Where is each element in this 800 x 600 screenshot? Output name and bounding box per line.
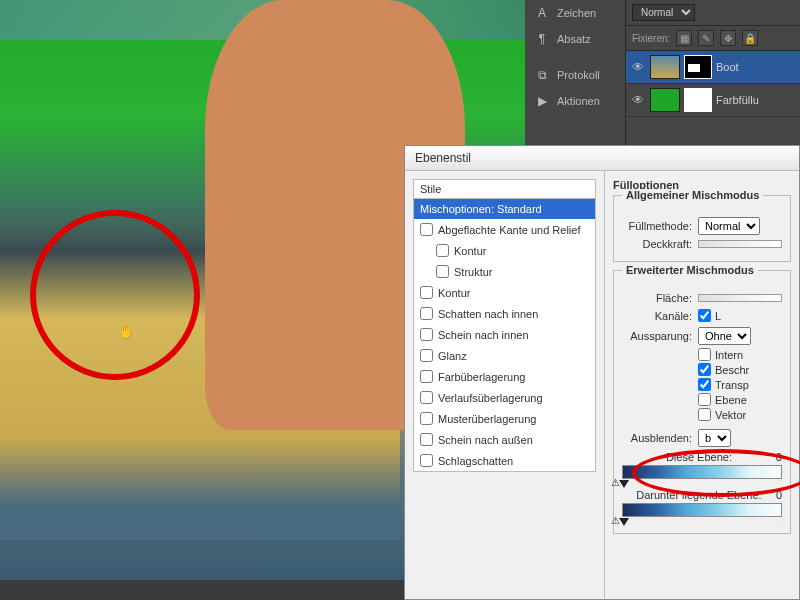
style-checkbox[interactable] [420,391,433,404]
style-item[interactable]: Schlagschatten [414,450,595,471]
style-checkbox[interactable] [420,349,433,362]
style-item[interactable]: Kontur [414,282,595,303]
fieldset-legend: Allgemeiner Mischmodus [622,189,763,201]
style-checkbox[interactable] [420,286,433,299]
layers-blend-row: Normal [626,0,800,26]
slider-white-point[interactable] [775,480,785,488]
style-label: Verlaufsüberlagerung [438,392,543,404]
annotation-circle [30,210,200,380]
blend-if-label: Ausblenden: [622,432,692,444]
adv-check-label: Intern [715,349,743,361]
style-label: Schein nach außen [438,434,533,446]
style-checkbox[interactable] [420,370,433,383]
style-item[interactable]: Struktur [414,261,595,282]
layer-item-boot[interactable]: 👁 Boot [626,51,800,84]
style-item[interactable]: Abgeflachte Kante und Relief [414,219,595,240]
layer-mask-thumbnail[interactable] [684,55,712,79]
style-label: Musterüberlagerung [438,413,536,425]
style-label: Kontur [454,245,486,257]
style-checkbox[interactable] [420,223,433,236]
style-label: Abgeflachte Kante und Relief [438,224,581,236]
layer-name: Boot [716,61,739,73]
right-panels: A Zeichen ¶ Absatz ⧉ Protokoll ▶ Aktione… [525,0,800,145]
panel-actions[interactable]: ▶ Aktionen [525,88,625,114]
style-item[interactable]: Mischoptionen: Standard [414,199,595,219]
history-icon: ⧉ [535,68,549,82]
dialog-title: Ebenenstil [405,146,799,171]
this-layer-label: Diese Ebene: [666,451,732,463]
adv-check-label: Ebene [715,394,747,406]
style-label: Kontur [438,287,470,299]
options-column: Fülloptionen Allgemeiner Mischmodus Füll… [605,171,799,598]
panel-label: Absatz [557,33,591,45]
opacity-slider[interactable] [698,240,782,248]
under-layer-slider[interactable]: ⚠ [622,503,782,517]
adv-check-row: Vektor [698,408,782,421]
style-checkbox[interactable] [420,328,433,341]
panel-history[interactable]: ⧉ Protokoll [525,62,625,88]
style-item[interactable]: Glanz [414,345,595,366]
style-item[interactable]: Schein nach innen [414,324,595,345]
visibility-icon[interactable]: 👁 [632,93,646,107]
styles-header: Stile [413,179,596,199]
knockout-label: Aussparung: [622,330,692,342]
adv-check-row: Intern [698,348,782,361]
style-checkbox[interactable] [420,307,433,320]
style-checkbox[interactable] [420,412,433,425]
adv-checkbox[interactable] [698,348,711,361]
slider-black-point[interactable] [619,480,629,488]
adv-check-label: Vektor [715,409,746,421]
slider-black-point[interactable] [619,518,629,526]
style-checkbox[interactable] [420,433,433,446]
visibility-icon[interactable]: 👁 [632,60,646,74]
layer-name: Farbfüllu [716,94,759,106]
layer-thumbnail[interactable] [650,55,680,79]
adv-check-row: Beschr [698,363,782,376]
panel-character[interactable]: A Zeichen [525,0,625,26]
channel-l-checkbox[interactable] [698,309,711,322]
style-label: Schatten nach innen [438,308,538,320]
this-layer-slider[interactable]: ⚠ [622,465,782,479]
style-label: Mischoptionen: Standard [420,203,542,215]
style-item[interactable]: Schatten nach innen [414,303,595,324]
style-checkbox[interactable] [436,265,449,278]
adv-checkbox[interactable] [698,408,711,421]
layer-style-dialog: Ebenenstil Stile Mischoptionen: Standard… [404,145,800,600]
lock-all-icon[interactable]: 🔒 [742,30,758,46]
hand-cursor-icon [118,322,134,338]
style-item[interactable]: Kontur [414,240,595,261]
blend-method-select[interactable]: Normal [698,217,760,235]
opacity-label: Deckkraft: [622,238,692,250]
under-layer-value: 0 [776,489,782,501]
adv-check-label: Beschr [715,364,749,376]
blend-mode-select[interactable]: Normal [632,4,695,21]
play-icon: ▶ [535,94,549,108]
adv-checkbox[interactable] [698,363,711,376]
advanced-blend-fieldset: Erweiterter Mischmodus Fläche: Kanäle: L… [613,270,791,534]
adv-check-label: Transp [715,379,749,391]
lock-paint-icon[interactable]: ✎ [698,30,714,46]
layer-mask-thumbnail[interactable] [684,88,712,112]
style-checkbox[interactable] [420,454,433,467]
panel-label: Aktionen [557,95,600,107]
knockout-select[interactable]: Ohne [698,327,751,345]
layer-thumbnail[interactable] [650,88,680,112]
layer-item-fill[interactable]: 👁 Farbfüllu [626,84,800,117]
lock-move-icon[interactable]: ✥ [720,30,736,46]
general-blend-fieldset: Allgemeiner Mischmodus Füllmethode: Norm… [613,195,791,262]
lock-pixels-icon[interactable]: ▦ [676,30,692,46]
fieldset-legend: Erweiterter Mischmodus [622,264,758,276]
style-checkbox[interactable] [436,244,449,257]
panel-paragraph[interactable]: ¶ Absatz [525,26,625,52]
this-layer-value: 0 [776,451,782,463]
style-item[interactable]: Schein nach außen [414,429,595,450]
blend-if-select[interactable]: b [698,429,731,447]
adv-checkbox[interactable] [698,378,711,391]
slider-white-point[interactable] [775,518,785,526]
style-item[interactable]: Musterüberlagerung [414,408,595,429]
style-label: Farbüberlagerung [438,371,525,383]
fill-slider[interactable] [698,294,782,302]
style-item[interactable]: Farbüberlagerung [414,366,595,387]
style-item[interactable]: Verlaufsüberlagerung [414,387,595,408]
adv-checkbox[interactable] [698,393,711,406]
